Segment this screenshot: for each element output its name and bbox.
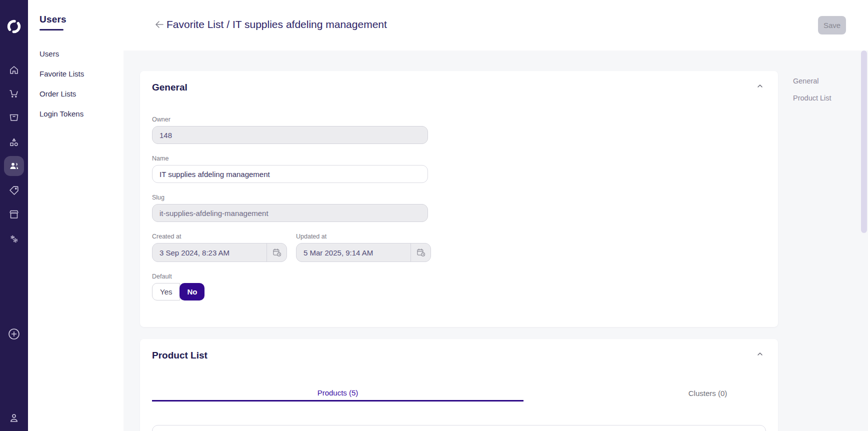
account-person-icon [8,412,20,424]
chevron-up-icon [756,82,764,90]
home-icon [8,64,20,76]
sidebar-item-login-tokens[interactable]: Login Tokens [40,104,124,124]
sidebar-item-order-lists[interactable] [4,108,24,128]
settings-gears-icon [8,233,20,245]
shopping-cart-icon [8,88,20,100]
chevron-up-icon [756,350,764,358]
tab-products[interactable]: Products (5) [152,385,524,402]
created-at-picker-button[interactable] [266,244,286,262]
sidebar-item-favorite-lists[interactable]: Favorite Lists [40,64,124,84]
general-collapse-button[interactable] [753,79,767,93]
created-at-field: 3 Sep 2024, 8:23 AM [152,243,287,262]
tab-clusters[interactable]: Clusters (0) [524,385,766,402]
icon-rail [0,0,28,431]
owner-field-group: Owner 148 [152,116,766,144]
sidebar-item-order-lists[interactable]: Order Lists [40,84,124,104]
default-field-group: Default Yes No [152,273,766,300]
back-button[interactable] [152,17,167,32]
sidebar-title-underline [40,29,64,30]
app-logo-icon[interactable] [4,16,24,36]
sidebar-item-home[interactable] [4,60,24,80]
page-title: Favorite List / IT supplies afdeling man… [166,18,387,30]
sidebar-section-title: Users [40,14,124,25]
app-window: Users Users Favorite Lists Order Lists L… [0,0,868,431]
updated-at-picker-button[interactable] [410,244,430,262]
order-box-icon [8,112,20,124]
default-label: Default [152,273,766,280]
vertical-scrollbar-thumb[interactable] [861,50,867,233]
page-header: Favorite List / IT supplies afdeling man… [124,0,868,50]
sidebar-item-store[interactable] [4,204,24,224]
owner-field: 148 [152,126,428,144]
default-toggle-yes[interactable]: Yes [152,283,180,300]
sidebar-item-catalog[interactable] [4,132,24,152]
sidebar-item-users[interactable] [4,156,24,176]
anchor-product-list[interactable]: Product List [793,90,832,106]
updated-at-field: 5 Mar 2025, 9:14 AM [296,243,431,262]
main-area: Favorite List / IT supplies afdeling man… [124,0,868,431]
updated-at-value: 5 Mar 2025, 9:14 AM [296,248,410,257]
calendar-clock-icon [272,248,282,258]
general-heading: General [152,82,766,93]
add-button[interactable] [4,324,24,344]
name-field[interactable]: IT supplies afdeling management [152,165,428,183]
anchor-general[interactable]: General [793,72,832,90]
product-list-tabs: Products (5) Clusters (0) [152,385,766,402]
store-icon [8,208,20,220]
dates-field-group: Created at 3 Sep 2024, 8:23 AM [152,233,766,262]
general-card: General Owner 148 Name IT supplies afdel… [140,71,778,327]
account-button[interactable] [4,408,24,428]
created-at-label: Created at [152,233,287,240]
plus-circle-icon [7,327,21,341]
content-scroll-area: General Owner 148 Name IT supplies afdel… [124,50,868,431]
logo-icon [4,17,24,36]
save-button[interactable]: Save [818,16,846,34]
sidebar-item-orders[interactable] [4,84,24,104]
product-search-field[interactable] [152,425,766,431]
sidebar-item-users-link[interactable]: Users [40,44,124,64]
default-toggle: Yes No [152,283,204,300]
calendar-clock-icon [416,248,426,258]
sidebar-item-tags[interactable] [4,180,24,200]
owner-label: Owner [152,116,766,123]
users-icon [8,160,20,172]
tag-icon [8,184,20,196]
section-sidebar: Users Users Favorite Lists Order Lists L… [28,0,124,431]
arrow-left-icon [154,18,166,30]
name-field-group: Name IT supplies afdeling management [152,155,766,183]
default-toggle-no[interactable]: No [180,283,204,300]
product-list-heading: Product List [152,350,766,361]
catalog-shapes-icon [8,136,20,148]
updated-at-label: Updated at [296,233,431,240]
slug-label: Slug [152,194,766,201]
created-at-value: 3 Sep 2024, 8:23 AM [152,248,266,257]
slug-field-group: Slug it-supplies-afdeling-management [152,194,766,222]
section-anchor-nav: General Product List [793,72,832,106]
product-list-collapse-button[interactable] [753,347,767,361]
product-list-card: Product List Products (5) Clusters (0) [140,339,778,431]
slug-field: it-supplies-afdeling-management [152,204,428,222]
sidebar-item-settings[interactable] [4,229,24,249]
name-label: Name [152,155,766,162]
